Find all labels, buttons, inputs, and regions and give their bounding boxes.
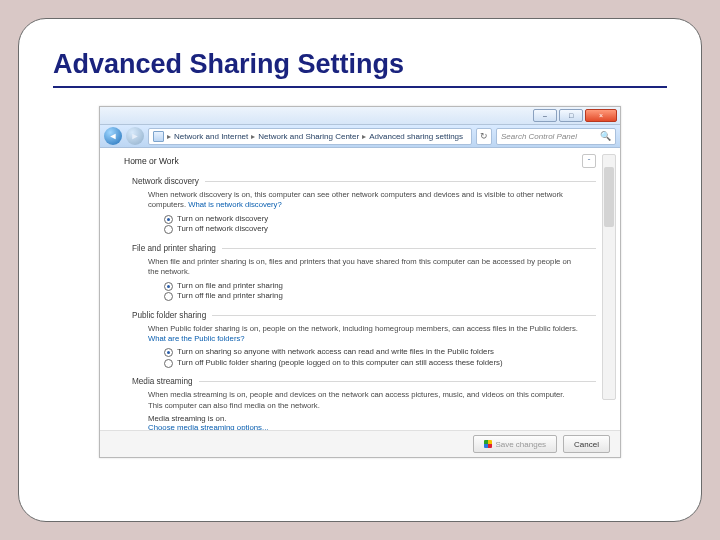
address-bar[interactable]: ▸ Network and Internet ▸ Network and Sha…: [148, 128, 472, 145]
radio-icon: [164, 348, 173, 357]
section-title: Media streaming: [132, 377, 193, 386]
window-titlebar: – □ ×: [100, 107, 620, 125]
uac-shield-icon: [484, 440, 492, 448]
breadcrumb-sep-icon: ▸: [167, 132, 171, 141]
nav-back-button[interactable]: ◄: [104, 127, 122, 145]
slide-title: Advanced Sharing Settings: [53, 49, 667, 80]
breadcrumb-sep-icon: ▸: [362, 132, 366, 141]
radio-turn-on-file-printer[interactable]: Turn on file and printer sharing: [164, 281, 564, 292]
nav-forward-button[interactable]: ►: [126, 127, 144, 145]
radio-turn-off-file-printer[interactable]: Turn off file and printer sharing: [164, 291, 564, 302]
link-what-is-network-discovery[interactable]: What is network discovery?: [188, 200, 282, 209]
section-network-discovery: Network discovery When network discovery…: [132, 177, 596, 237]
breadcrumb-seg-sharing-center[interactable]: Network and Sharing Center: [258, 132, 359, 141]
maximize-button[interactable]: □: [559, 109, 583, 122]
window-body: Home or Work ˆ Network discovery When ne…: [100, 148, 620, 430]
window-nav-bar: ◄ ► ▸ Network and Internet ▸ Network and…: [100, 125, 620, 148]
search-icon: 🔍: [600, 131, 611, 141]
search-input[interactable]: Search Control Panel 🔍: [496, 128, 616, 145]
section-title: Network discovery: [132, 177, 199, 186]
minimize-button[interactable]: –: [533, 109, 557, 122]
radio-icon: [164, 225, 173, 234]
scrollbar-thumb[interactable]: [604, 167, 614, 227]
link-media-streaming-options[interactable]: Choose media streaming options...: [148, 423, 268, 430]
profile-label: Home or Work: [124, 156, 179, 166]
radio-turn-on-public-sharing[interactable]: Turn on sharing so anyone with network a…: [164, 347, 564, 358]
title-underline: [53, 86, 667, 88]
breadcrumb-seg-network-internet[interactable]: Network and Internet: [174, 132, 248, 141]
section-public-folder-sharing: Public folder sharing When Public folder…: [132, 311, 596, 371]
scrollbar[interactable]: [602, 154, 616, 400]
section-desc: When media streaming is on, people and d…: [148, 390, 578, 411]
radio-turn-off-public-sharing[interactable]: Turn off Public folder sharing (people l…: [164, 358, 564, 369]
link-public-folders[interactable]: What are the Public folders?: [148, 334, 245, 343]
section-desc: When network discovery is on, this compu…: [148, 190, 578, 211]
profile-header[interactable]: Home or Work ˆ: [124, 154, 596, 168]
section-desc: When file and printer sharing is on, fil…: [148, 257, 578, 278]
control-panel-icon: [153, 131, 164, 142]
radio-turn-off-network-discovery[interactable]: Turn off network discovery: [164, 224, 564, 235]
section-title: File and printer sharing: [132, 244, 216, 253]
chevron-up-icon[interactable]: ˆ: [582, 154, 596, 168]
close-button[interactable]: ×: [585, 109, 617, 122]
breadcrumb-seg-advanced-sharing[interactable]: Advanced sharing settings: [369, 132, 463, 141]
radio-icon: [164, 292, 173, 301]
control-panel-window: – □ × ◄ ► ▸ Network and Internet ▸ Netwo…: [99, 106, 621, 458]
media-streaming-status: Media streaming is on.: [148, 414, 226, 423]
section-desc: When Public folder sharing is on, people…: [148, 324, 578, 345]
refresh-button[interactable]: ↻: [476, 128, 492, 145]
cancel-button[interactable]: Cancel: [563, 435, 610, 453]
search-placeholder: Search Control Panel: [501, 132, 577, 141]
section-media-streaming: Media streaming When media streaming is …: [132, 377, 596, 430]
section-file-printer-sharing: File and printer sharing When file and p…: [132, 244, 596, 304]
section-title: Public folder sharing: [132, 311, 206, 320]
breadcrumb-sep-icon: ▸: [251, 132, 255, 141]
radio-icon: [164, 282, 173, 291]
radio-icon: [164, 215, 173, 224]
radio-icon: [164, 359, 173, 368]
radio-turn-on-network-discovery[interactable]: Turn on network discovery: [164, 214, 564, 225]
window-footer: Save changes Cancel: [100, 430, 620, 457]
save-changes-button[interactable]: Save changes: [473, 435, 557, 453]
